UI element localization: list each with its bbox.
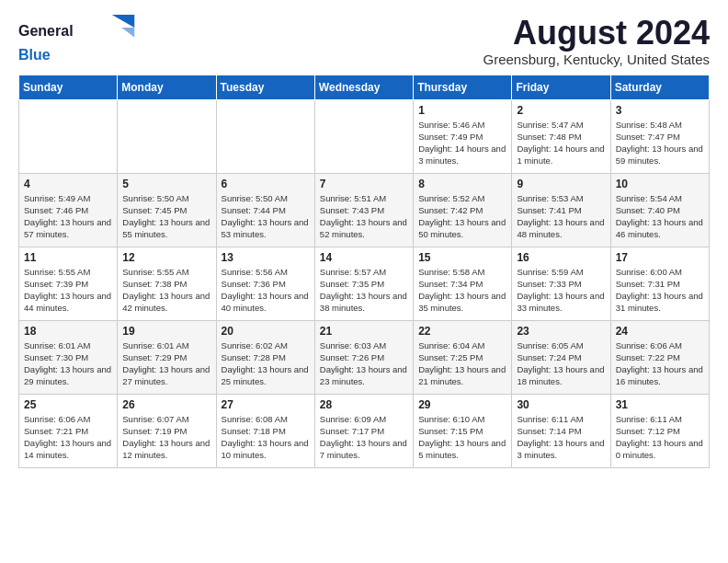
weekday-header-thursday: Thursday — [414, 75, 512, 99]
weekday-header-saturday: Saturday — [610, 75, 709, 99]
day-content: Sunrise: 6:08 AM Sunset: 7:18 PM Dayligh… — [222, 413, 310, 462]
calendar-cell: 23Sunrise: 6:05 AM Sunset: 7:24 PM Dayli… — [512, 320, 610, 394]
calendar-cell: 24Sunrise: 6:06 AM Sunset: 7:22 PM Dayli… — [610, 320, 709, 394]
day-number: 21 — [320, 325, 408, 338]
day-number: 4 — [24, 178, 112, 190]
calendar-cell: 28Sunrise: 6:09 AM Sunset: 7:17 PM Dayli… — [314, 394, 413, 467]
day-number: 17 — [616, 251, 704, 264]
day-content: Sunrise: 5:47 AM Sunset: 7:48 PM Dayligh… — [517, 119, 605, 167]
day-number: 8 — [418, 178, 506, 190]
day-content: Sunrise: 5:57 AM Sunset: 7:35 PM Dayligh… — [320, 266, 408, 315]
logo-general-text: General — [18, 23, 74, 40]
calendar-cell: 15Sunrise: 5:58 AM Sunset: 7:34 PM Dayli… — [414, 247, 512, 320]
svg-marker-0 — [111, 15, 134, 28]
calendar-cell — [314, 99, 413, 173]
calendar-cell: 30Sunrise: 6:11 AM Sunset: 7:14 PM Dayli… — [512, 394, 610, 467]
day-number: 27 — [222, 398, 310, 411]
calendar-week-row: 25Sunrise: 6:06 AM Sunset: 7:21 PM Dayli… — [19, 394, 710, 467]
day-number: 11 — [24, 251, 112, 264]
calendar-cell: 3Sunrise: 5:48 AM Sunset: 7:47 PM Daylig… — [610, 99, 709, 173]
weekday-header-wednesday: Wednesday — [314, 75, 413, 99]
header: General Blue August 2024 Greensburg, Ken… — [18, 15, 710, 67]
day-content: Sunrise: 5:51 AM Sunset: 7:43 PM Dayligh… — [320, 192, 408, 241]
day-number: 16 — [517, 251, 605, 264]
day-content: Sunrise: 5:55 AM Sunset: 7:38 PM Dayligh… — [122, 266, 210, 315]
day-content: Sunrise: 6:02 AM Sunset: 7:28 PM Dayligh… — [222, 339, 310, 388]
day-content: Sunrise: 6:00 AM Sunset: 7:31 PM Dayligh… — [616, 266, 704, 315]
calendar-cell: 2Sunrise: 5:47 AM Sunset: 7:48 PM Daylig… — [512, 99, 610, 173]
day-number: 3 — [616, 104, 704, 117]
logo-blue-text: Blue — [18, 47, 158, 63]
day-content: Sunrise: 5:58 AM Sunset: 7:34 PM Dayligh… — [418, 266, 506, 315]
calendar-cell: 9Sunrise: 5:53 AM Sunset: 7:41 PM Daylig… — [512, 173, 610, 247]
day-content: Sunrise: 5:49 AM Sunset: 7:46 PM Dayligh… — [24, 192, 112, 241]
day-content: Sunrise: 6:01 AM Sunset: 7:29 PM Dayligh… — [122, 339, 210, 388]
day-content: Sunrise: 6:09 AM Sunset: 7:17 PM Dayligh… — [320, 413, 408, 462]
day-content: Sunrise: 6:01 AM Sunset: 7:30 PM Dayligh… — [24, 339, 112, 388]
logo-triangle-icon — [75, 15, 158, 47]
calendar-header: SundayMondayTuesdayWednesdayThursdayFrid… — [19, 75, 710, 99]
day-number: 23 — [517, 325, 605, 338]
day-content: Sunrise: 5:48 AM Sunset: 7:47 PM Dayligh… — [616, 119, 704, 167]
day-content: Sunrise: 6:03 AM Sunset: 7:26 PM Dayligh… — [320, 339, 408, 388]
day-number: 2 — [517, 104, 605, 117]
month-year-title: August 2024 — [483, 15, 710, 52]
day-number: 20 — [222, 325, 310, 338]
calendar-week-row: 18Sunrise: 6:01 AM Sunset: 7:30 PM Dayli… — [19, 320, 710, 394]
day-number: 29 — [418, 398, 506, 411]
day-number: 22 — [418, 325, 506, 338]
day-number: 31 — [616, 398, 704, 411]
day-content: Sunrise: 5:50 AM Sunset: 7:44 PM Dayligh… — [222, 192, 310, 241]
day-content: Sunrise: 6:10 AM Sunset: 7:15 PM Dayligh… — [418, 413, 506, 462]
calendar-cell: 22Sunrise: 6:04 AM Sunset: 7:25 PM Dayli… — [414, 320, 512, 394]
day-content: Sunrise: 6:04 AM Sunset: 7:25 PM Dayligh… — [418, 339, 506, 388]
calendar-cell: 14Sunrise: 5:57 AM Sunset: 7:35 PM Dayli… — [314, 247, 413, 320]
day-content: Sunrise: 5:52 AM Sunset: 7:42 PM Dayligh… — [418, 192, 506, 241]
day-number: 5 — [122, 178, 210, 190]
logo: General Blue — [18, 15, 158, 63]
calendar-cell: 27Sunrise: 6:08 AM Sunset: 7:18 PM Dayli… — [216, 394, 314, 467]
calendar-cell: 13Sunrise: 5:56 AM Sunset: 7:36 PM Dayli… — [216, 247, 314, 320]
day-number: 10 — [616, 178, 704, 190]
day-content: Sunrise: 5:59 AM Sunset: 7:33 PM Dayligh… — [517, 266, 605, 315]
day-number: 28 — [320, 398, 408, 411]
calendar-cell — [216, 99, 314, 173]
calendar-cell: 31Sunrise: 6:11 AM Sunset: 7:12 PM Dayli… — [610, 394, 709, 467]
weekday-header-sunday: Sunday — [19, 75, 118, 99]
day-number: 13 — [222, 251, 310, 264]
day-number: 14 — [320, 251, 408, 264]
weekday-header-friday: Friday — [512, 75, 610, 99]
weekday-header-tuesday: Tuesday — [216, 75, 314, 99]
day-number: 30 — [517, 398, 605, 411]
day-content: Sunrise: 5:55 AM Sunset: 7:39 PM Dayligh… — [24, 266, 112, 315]
calendar-cell: 17Sunrise: 6:00 AM Sunset: 7:31 PM Dayli… — [610, 247, 709, 320]
calendar-body: 1Sunrise: 5:46 AM Sunset: 7:49 PM Daylig… — [19, 99, 710, 467]
weekday-header-row: SundayMondayTuesdayWednesdayThursdayFrid… — [19, 75, 710, 99]
day-number: 25 — [24, 398, 112, 411]
day-content: Sunrise: 5:54 AM Sunset: 7:40 PM Dayligh… — [616, 192, 704, 241]
calendar-cell: 16Sunrise: 5:59 AM Sunset: 7:33 PM Dayli… — [512, 247, 610, 320]
calendar-cell: 4Sunrise: 5:49 AM Sunset: 7:46 PM Daylig… — [19, 173, 118, 247]
calendar-cell: 18Sunrise: 6:01 AM Sunset: 7:30 PM Dayli… — [19, 320, 118, 394]
day-content: Sunrise: 5:50 AM Sunset: 7:45 PM Dayligh… — [122, 192, 210, 241]
day-number: 24 — [616, 325, 704, 338]
day-number: 9 — [517, 178, 605, 190]
day-content: Sunrise: 6:11 AM Sunset: 7:14 PM Dayligh… — [517, 413, 605, 462]
day-number: 26 — [122, 398, 210, 411]
calendar-cell: 21Sunrise: 6:03 AM Sunset: 7:26 PM Dayli… — [314, 320, 413, 394]
calendar-cell: 7Sunrise: 5:51 AM Sunset: 7:43 PM Daylig… — [314, 173, 413, 247]
day-content: Sunrise: 5:46 AM Sunset: 7:49 PM Dayligh… — [418, 119, 506, 167]
day-content: Sunrise: 5:53 AM Sunset: 7:41 PM Dayligh… — [517, 192, 605, 241]
calendar-cell: 5Sunrise: 5:50 AM Sunset: 7:45 PM Daylig… — [118, 173, 216, 247]
calendar-cell: 25Sunrise: 6:06 AM Sunset: 7:21 PM Dayli… — [19, 394, 118, 467]
day-content: Sunrise: 6:05 AM Sunset: 7:24 PM Dayligh… — [517, 339, 605, 388]
calendar-cell: 6Sunrise: 5:50 AM Sunset: 7:44 PM Daylig… — [216, 173, 314, 247]
day-content: Sunrise: 5:56 AM Sunset: 7:36 PM Dayligh… — [222, 266, 310, 315]
day-number: 7 — [320, 178, 408, 190]
svg-marker-1 — [121, 28, 134, 38]
calendar-cell: 11Sunrise: 5:55 AM Sunset: 7:39 PM Dayli… — [19, 247, 118, 320]
calendar-cell: 12Sunrise: 5:55 AM Sunset: 7:38 PM Dayli… — [118, 247, 216, 320]
day-number: 15 — [418, 251, 506, 264]
day-content: Sunrise: 6:06 AM Sunset: 7:22 PM Dayligh… — [616, 339, 704, 388]
day-number: 6 — [222, 178, 310, 190]
